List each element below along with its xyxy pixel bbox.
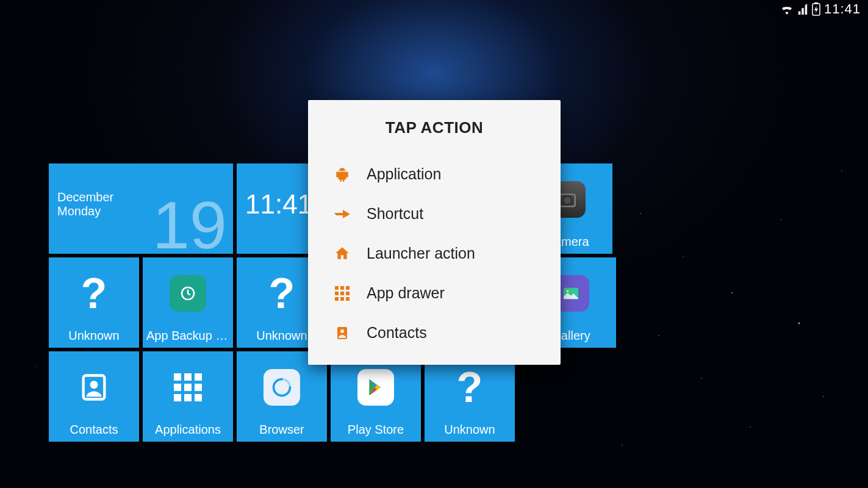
svg-point-3 xyxy=(564,196,570,203)
dialog-item-contacts[interactable]: Contacts xyxy=(308,313,561,353)
svg-point-9 xyxy=(90,381,98,389)
svg-point-11 xyxy=(340,329,344,333)
tile-unknown[interactable]: ? Unknown xyxy=(49,257,139,348)
svg-rect-1 xyxy=(814,2,818,4)
date-day-number: 19 xyxy=(152,192,227,259)
wifi-icon xyxy=(780,4,794,15)
battery-charging-icon xyxy=(812,2,820,16)
date-month: December xyxy=(57,190,113,204)
backup-icon xyxy=(170,275,206,312)
clock-time: 11:41 xyxy=(245,191,312,218)
tile-play-store[interactable]: Play Store xyxy=(331,351,421,442)
home-icon xyxy=(334,245,351,262)
tile-contacts[interactable]: Contacts xyxy=(49,351,139,442)
status-bar: 11:41 xyxy=(0,0,868,18)
browser-icon xyxy=(264,369,300,406)
tile-label: Browser xyxy=(256,423,307,437)
dialog-title: TAP ACTION xyxy=(308,118,561,137)
tile-label: Unknown xyxy=(253,329,310,343)
dialog-item-label: Shortcut xyxy=(367,205,423,223)
dialog-item-shortcut[interactable]: Shortcut xyxy=(308,194,561,234)
question-icon: ? xyxy=(269,269,295,318)
date-tile[interactable]: December Monday 19 xyxy=(49,163,233,254)
dialog-item-label: Application xyxy=(367,165,441,183)
play-store-icon xyxy=(357,369,394,406)
tile-browser[interactable]: Browser xyxy=(237,351,327,442)
tile-app-backup[interactable]: App Backup & ... xyxy=(143,257,233,348)
tile-label: Unknown xyxy=(65,329,123,343)
contacts-icon xyxy=(78,351,110,423)
dialog-item-label: Contacts xyxy=(367,324,427,342)
tile-label: Contacts xyxy=(66,423,122,437)
arrow-right-icon xyxy=(334,206,351,223)
tile-label: App Backup & ... xyxy=(143,329,233,343)
contacts-icon xyxy=(334,325,351,342)
cellular-icon xyxy=(797,4,808,15)
apps-grid-icon xyxy=(174,351,202,423)
android-icon xyxy=(334,166,351,183)
status-time: 11:41 xyxy=(824,1,861,17)
app-drawer-icon xyxy=(334,285,351,302)
dialog-item-launcher-action[interactable]: Launcher action xyxy=(308,234,561,273)
date-weekday: Monday xyxy=(57,204,113,218)
tile-label: Play Store xyxy=(344,423,407,437)
dialog-item-label: Launcher action xyxy=(367,245,475,262)
dialog-item-application[interactable]: Application xyxy=(308,154,561,194)
dialog-item-app-drawer[interactable]: App drawer xyxy=(308,273,561,313)
question-icon: ? xyxy=(81,269,107,318)
tap-action-dialog: TAP ACTION Application Shortcut Launcher… xyxy=(308,100,561,365)
tile-label: Applications xyxy=(151,423,224,437)
svg-point-7 xyxy=(567,290,569,292)
tile-label: Unknown xyxy=(440,423,498,437)
dialog-item-label: App drawer xyxy=(367,284,445,302)
tile-applications[interactable]: Applications xyxy=(143,351,233,442)
question-icon: ? xyxy=(457,363,483,412)
tile-unknown[interactable]: ? Unknown xyxy=(425,351,515,442)
